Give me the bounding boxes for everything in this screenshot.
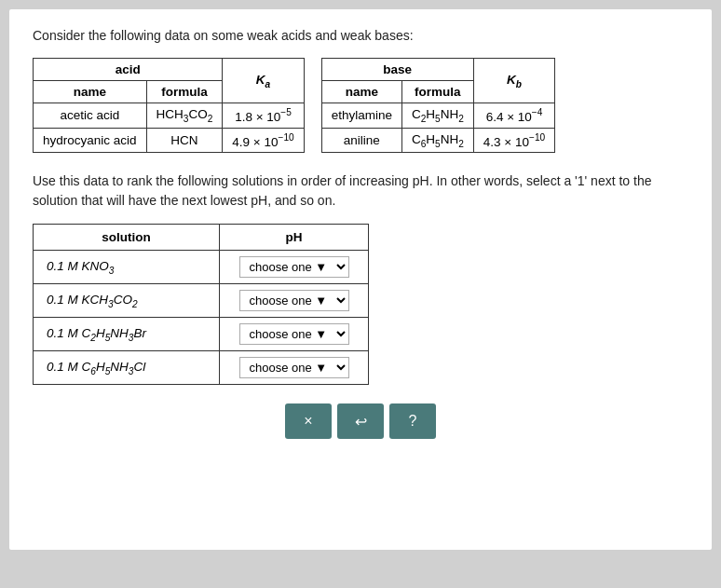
clear-button[interactable]: × [285, 403, 332, 439]
solution-row-4: 0.1 M C6H5NH3Cl choose one ▼ 1 2 3 4 [34, 351, 369, 385]
acid-name-2: hydrocyanic acid [34, 128, 147, 153]
base-kb-2: 4.3 × 10−10 [473, 128, 554, 153]
base-formula-1: C2H5NH2 [401, 103, 473, 129]
acid-formula-2: HCN [146, 128, 223, 153]
acid-ka-1: 1.8 × 10−5 [223, 103, 304, 129]
solution-row-1: 0.1 M KNO3 choose one ▼ 1 2 3 4 [34, 251, 369, 284]
solution-row-3: 0.1 M C2H5NH3Br choose one ▼ 1 2 3 4 [34, 318, 369, 351]
ph-dropdown-4[interactable]: choose one ▼ 1 2 3 4 [239, 357, 349, 378]
acid-header: acid [34, 59, 223, 81]
base-formula-2: C6H5NH2 [401, 128, 473, 153]
base-name-1: ethylamine [321, 103, 401, 129]
ph-cell-3: choose one ▼ 1 2 3 4 [220, 318, 369, 351]
solution-table: solution pH 0.1 M KNO3 choose one ▼ 1 2 … [33, 224, 369, 385]
solution-name-3: 0.1 M C2H5NH3Br [34, 318, 220, 351]
ph-dropdown-2[interactable]: choose one ▼ 1 2 3 4 [239, 290, 349, 311]
ph-dropdown-1[interactable]: choose one ▼ 1 2 3 4 [239, 256, 349, 278]
acid-name-col-header: name [34, 81, 147, 103]
acid-formula-1: HCH3CO2 [146, 103, 223, 129]
bottom-buttons: × ↩ ? [33, 403, 688, 439]
solution-name-4: 0.1 M C6H5NH3Cl [34, 351, 220, 385]
base-header: base [321, 59, 473, 81]
acid-formula-col-header: formula [146, 81, 223, 103]
ph-cell-4: choose one ▼ 1 2 3 4 [220, 351, 369, 385]
intro-text: Consider the following data on some weak… [33, 28, 688, 43]
solution-name-2: 0.1 M KCH3CO2 [34, 284, 220, 318]
help-button[interactable]: ? [389, 403, 436, 439]
acid-row-1: acetic acid HCH3CO2 1.8 × 10−5 [34, 103, 305, 129]
ph-cell-2: choose one ▼ 1 2 3 4 [220, 284, 369, 318]
kb-header: Kb [473, 59, 554, 103]
solution-row-2: 0.1 M KCH3CO2 choose one ▼ 1 2 3 4 [34, 284, 369, 318]
acid-row-2: hydrocyanic acid HCN 4.9 × 10−10 [34, 128, 305, 153]
ph-col-header: pH [220, 225, 369, 251]
acid-table: acid Ka name formula acetic acid HCH3CO2… [33, 58, 305, 153]
base-name-col-header: name [321, 81, 401, 103]
undo-button[interactable]: ↩ [337, 403, 384, 439]
base-kb-1: 6.4 × 10−4 [473, 103, 554, 129]
solution-col-header: solution [34, 225, 220, 251]
instruction-text: Use this data to rank the following solu… [33, 171, 688, 211]
ka-header: Ka [223, 59, 304, 103]
acid-name-1: acetic acid [34, 103, 147, 129]
solution-name-1: 0.1 M KNO3 [34, 251, 220, 284]
base-name-2: aniline [321, 128, 401, 153]
acid-ka-2: 4.9 × 10−10 [223, 128, 304, 153]
base-table: base Kb name formula ethylamine C2H5NH2 … [321, 58, 556, 153]
ph-cell-1: choose one ▼ 1 2 3 4 [220, 251, 369, 284]
data-tables-row: acid Ka name formula acetic acid HCH3CO2… [33, 58, 688, 153]
page-container: Consider the following data on some weak… [9, 9, 712, 550]
base-formula-col-header: formula [401, 81, 473, 103]
base-row-1: ethylamine C2H5NH2 6.4 × 10−4 [321, 103, 555, 129]
ph-dropdown-3[interactable]: choose one ▼ 1 2 3 4 [239, 323, 349, 345]
base-row-2: aniline C6H5NH2 4.3 × 10−10 [321, 128, 555, 153]
